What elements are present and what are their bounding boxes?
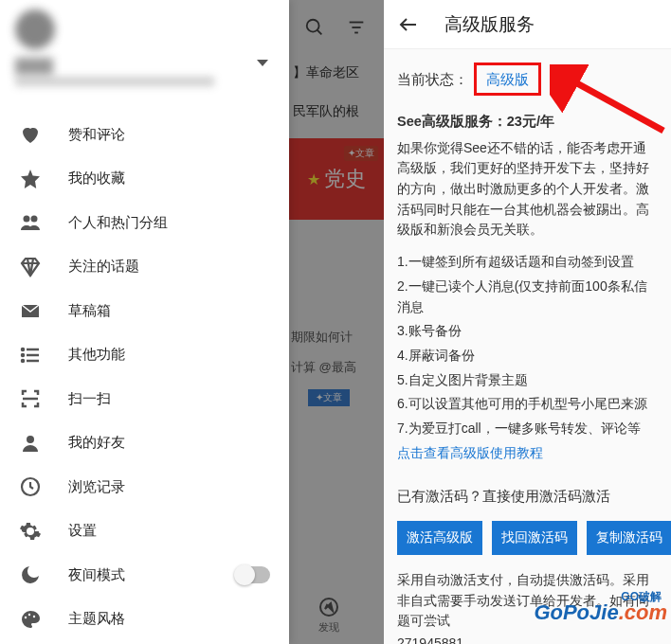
sidebar-item-label: 个人和热门分组 [68,214,168,232]
feature-item: 2.一键已读个人消息(仅支持前面100条私信消息 [397,277,658,317]
phone-text: 271945881 [397,634,658,644]
clock-icon [19,475,42,498]
svg-point-12 [28,614,30,616]
svg-point-7 [22,360,24,362]
feature-item: 3.账号备份 [397,321,658,342]
sidebar-item-label: 夜间模式 [68,566,125,584]
sidebar-item-mail[interactable]: 草稿箱 [0,289,289,333]
person-icon [19,432,42,455]
avatar [15,9,55,49]
sidebar-item-palette[interactable]: 主题风格 [0,598,289,642]
sidebar-item-label: 主题风格 [68,610,125,628]
sidebar-item-list[interactable]: 其他功能 [0,333,289,378]
status-badge: 高级版 [474,63,541,96]
svg-point-1 [31,216,38,223]
sidebar-item-label: 浏览记录 [68,478,125,496]
sidebar-item-scan[interactable]: 扫一扫 [0,377,289,421]
sidebar-item-label: 扫一扫 [68,390,111,408]
nav-drawer: 赞和评论我的收藏个人和热门分组关注的话题草稿箱其他功能扫一扫我的好友浏览记录设置… [0,0,289,644]
sidebar-item-label: 赞和评论 [68,126,125,144]
panel-title: 高级版服务 [444,12,535,37]
palette-icon [19,608,42,631]
star-icon [19,168,42,190]
status-label: 当前状态： [397,68,468,90]
sidebar-item-label: 我的收藏 [68,170,125,188]
sidebar-item-star[interactable]: 我的收藏 [0,157,289,202]
sidebar-item-heart[interactable]: 赞和评论 [0,113,289,157]
sidebar-item-moon[interactable]: 夜间模式 [0,553,289,598]
svg-point-0 [24,216,30,223]
diamond-icon [19,256,42,278]
svg-line-23 [567,78,663,131]
sidebar-item-label: 我的好友 [68,434,125,452]
svg-point-9 [27,436,34,443]
feature-item: 6.可以设置其他可用的手机型号小尾巴来源 [397,394,658,415]
sidebar-item-label: 其他功能 [68,346,125,364]
modal-overlay[interactable] [289,0,384,644]
profile-sub [15,77,214,86]
svg-point-11 [25,617,27,618]
copy-code-button[interactable]: 复制激活码 [587,521,671,555]
heart-icon [19,123,42,146]
feature-item: 7.为爱豆打call，一键多账号转发、评论等 [397,419,658,439]
gear-icon [19,520,42,543]
night-mode-toggle[interactable] [236,566,270,583]
mail-icon [19,299,42,322]
sidebar-item-label: 关注的话题 [68,258,139,276]
svg-point-6 [22,354,24,356]
service-desc: 如果你觉得See还不错的话，能否考虑开通高级版，我们更好的坚持开发下去，坚持好的… [397,138,658,241]
tutorial-link[interactable]: 点击查看高级版使用教程 [397,443,543,464]
feature-item: 1.一键签到所有超级话题和自动签到设置 [397,252,658,273]
list-icon [19,344,42,367]
autopay-text: 采用自动激活支付，自动提供激活码。采用非自式需要手动发送订单给开发者。如有问题可… [397,570,658,632]
svg-point-5 [22,349,24,350]
profile-name [15,58,53,75]
chevron-down-icon[interactable] [257,60,268,66]
sidebar-item-group[interactable]: 个人和热门分组 [0,201,289,245]
profile-header[interactable] [0,0,289,113]
panel-header: 高级版服务 [384,0,671,49]
sidebar-item-diamond[interactable]: 关注的话题 [0,245,289,290]
activate-button[interactable]: 激活高级版 [397,521,482,555]
group-icon [19,211,42,234]
feature-item: 4.屏蔽词备份 [397,346,658,367]
moon-icon [19,564,42,586]
retrieve-code-button[interactable]: 找回激活码 [492,521,577,555]
sidebar-item-label: 草稿箱 [68,302,111,320]
has-code-text: 已有激活码？直接使用激活码激活 [397,486,658,507]
sidebar-item-clock[interactable]: 浏览记录 [0,465,289,510]
annotation-arrow-icon [550,64,671,150]
scan-icon [19,387,42,410]
sidebar-item-label: 设置 [68,522,97,540]
background-feed: 】革命老区 民军队的根 ✦文章 ★ 党史 期限如何计 计算 @最高 ✦文章 发现 [289,0,384,644]
sidebar-item-gear[interactable]: 设置 [0,510,289,554]
back-arrow-icon[interactable] [397,13,420,36]
svg-point-13 [33,616,35,617]
feature-item: 5.自定义图片背景主题 [397,370,658,391]
sidebar-item-person[interactable]: 我的好友 [0,421,289,466]
